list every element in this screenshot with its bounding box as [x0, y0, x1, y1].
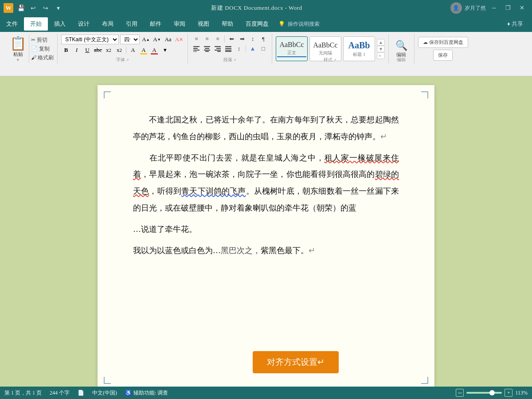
- bold-btn[interactable]: B: [61, 45, 71, 55]
- superscript-btn[interactable]: x2: [114, 45, 124, 55]
- search-lamp-icon: 💡: [278, 21, 285, 27]
- align-right-btn[interactable]: [213, 44, 223, 53]
- cut-btn[interactable]: ✂ 剪切: [31, 36, 54, 44]
- search-label: 操作说明搜索: [288, 20, 320, 28]
- menu-insert[interactable]: 插入: [48, 17, 72, 31]
- paragraph-2[interactable]: 在北平即使不出门去罢，就是在皇城人海之中，租人家一椽破屋来住着，早晨起来，泡一碗…: [133, 150, 399, 217]
- menu-references[interactable]: 引用: [120, 17, 144, 31]
- font-color-dropdown-btn[interactable]: ▾: [160, 45, 170, 55]
- format-painter-btn[interactable]: 🖌 格式刷: [31, 54, 54, 62]
- font-group-label: 字体 ↗: [58, 57, 188, 63]
- copy-btn[interactable]: 📄 复制: [31, 45, 54, 53]
- document-text[interactable]: 不逢北国之秋，已将近十余年了。在南方每年到了秋天，总要想起陶然亭的芦花，钓鱼台的…: [133, 112, 399, 217]
- justify-icon: [225, 46, 232, 52]
- paragraph-3[interactable]: …说道了牵牛花。: [133, 221, 399, 238]
- status-bar: 第 1 页，共 1 页 244 个字 📄 中文(中国) ♿ 辅助功能: 调查 ─…: [0, 387, 532, 399]
- menu-home[interactable]: 开始: [24, 17, 48, 31]
- styles-scroll-down[interactable]: ▼: [377, 46, 385, 52]
- svg-rect-14: [225, 50, 231, 51]
- paragraph-4[interactable]: 我以为以蓝色或白色为…黑巴次之，紫黑色最下。↵: [133, 243, 399, 259]
- para-expand-icon[interactable]: ↗: [233, 58, 236, 62]
- para-row1: ≡ ≡ ≡ ⬅ ➡ ↕ ¶: [192, 35, 268, 43]
- avatar: 👤: [450, 2, 462, 14]
- separator: [126, 47, 126, 54]
- align-left-btn[interactable]: [192, 44, 201, 53]
- zoom-minus-btn[interactable]: ─: [456, 389, 464, 397]
- corner-tl: [104, 91, 111, 98]
- menu-baidu[interactable]: 百度网盘: [239, 17, 275, 31]
- menu-file[interactable]: 文件: [0, 17, 24, 31]
- zoom-slider-thumb[interactable]: [489, 390, 495, 395]
- svg-rect-13: [225, 48, 231, 49]
- language-text: 中文(中国): [92, 389, 117, 397]
- font-expand-icon[interactable]: ↗: [126, 58, 129, 62]
- grow-font-btn[interactable]: A▲: [141, 35, 151, 44]
- justify-btn[interactable]: [223, 44, 233, 53]
- restore-btn[interactable]: ❐: [502, 2, 514, 14]
- menu-mailings[interactable]: 邮件: [144, 17, 168, 31]
- accessibility-item[interactable]: ♿ 辅助功能: 调查: [125, 389, 168, 397]
- paragraph-group: ≡ ≡ ≡ ⬅ ➡ ↕ ¶: [188, 34, 272, 64]
- align-right-icon: [214, 46, 221, 52]
- baidu-save-btn[interactable]: ☁ 保存到百度网盘: [418, 37, 468, 48]
- menu-layout[interactable]: 布局: [96, 17, 120, 31]
- paste-btn[interactable]: 📋 粘贴 ▾: [7, 35, 29, 63]
- svg-rect-15: [225, 51, 231, 52]
- font-color-bar: [151, 53, 158, 55]
- customize-btn[interactable]: ▾: [53, 3, 63, 13]
- subscript-btn[interactable]: x2: [104, 45, 113, 55]
- zoom-plus-btn[interactable]: +: [505, 389, 512, 397]
- clear-format-btn[interactable]: A✕: [174, 35, 184, 44]
- close-btn[interactable]: ✕: [516, 2, 528, 14]
- doc-icon-item: 📄: [78, 390, 84, 396]
- svg-rect-1: [193, 48, 198, 49]
- undo-btn[interactable]: ↩: [28, 3, 38, 13]
- styles-expand-icon[interactable]: ↗: [333, 58, 336, 62]
- menu-bar: 文件 开始 插入 设计 布局 引用 邮件 审阅 视图 帮助 百度网盘 💡 操作说…: [0, 16, 532, 32]
- font-color-btn[interactable]: A: [149, 45, 159, 55]
- cut-label: 剪切: [37, 36, 47, 44]
- change-case-btn[interactable]: Aa: [163, 35, 173, 44]
- styles-scroll-up[interactable]: ▲: [377, 39, 385, 46]
- font-family-select[interactable]: STKaiti (中文正文): [61, 35, 119, 44]
- accessibility-icon: ♿: [125, 390, 132, 396]
- share-button[interactable]: ♦ 共享: [502, 18, 528, 30]
- save-quick-btn[interactable]: 💾: [16, 3, 26, 13]
- numbering-btn[interactable]: ≡: [202, 35, 212, 43]
- redo-btn[interactable]: ↪: [41, 3, 51, 13]
- increase-indent-btn[interactable]: ➡: [237, 35, 247, 43]
- text-effect-btn[interactable]: A: [128, 45, 138, 55]
- sort-btn[interactable]: ↕: [248, 35, 258, 43]
- zoom-slider[interactable]: [466, 392, 502, 394]
- text-highlight-btn[interactable]: A: [139, 45, 149, 55]
- menu-design[interactable]: 设计: [72, 17, 96, 31]
- menu-review[interactable]: 审阅: [168, 17, 192, 31]
- minimize-btn[interactable]: ─: [488, 2, 500, 14]
- copy-icon: 📄: [31, 46, 38, 52]
- svg-rect-6: [204, 50, 210, 51]
- decrease-indent-btn[interactable]: ⬅: [227, 35, 236, 43]
- paragraph-1[interactable]: 不逢北国之秋，已将近十余年了。在南方每年到了秋天，总要想起陶然亭的芦花，钓鱼台的…: [133, 112, 399, 145]
- multilevel-btn[interactable]: ≡: [213, 35, 223, 43]
- paste-label: 粘贴: [13, 51, 23, 58]
- save-btn[interactable]: 保存: [433, 50, 453, 61]
- line-spacing-btn[interactable]: ↕: [234, 44, 244, 53]
- menu-view[interactable]: 视图: [192, 17, 215, 31]
- bullets-btn[interactable]: ≡: [192, 35, 201, 43]
- strikethrough-btn[interactable]: abc: [93, 45, 103, 55]
- align-center-btn[interactable]: [202, 44, 212, 53]
- shrink-font-btn[interactable]: A▼: [152, 35, 162, 44]
- italic-btn[interactable]: I: [72, 45, 82, 55]
- border-btn[interactable]: □: [258, 44, 268, 53]
- svg-rect-7: [205, 51, 209, 52]
- text-with-red-underline: 租人家一椽破屋来住着: [133, 153, 399, 179]
- menu-help[interactable]: 帮助: [215, 17, 239, 31]
- document-page[interactable]: 不逢北国之秋，已将近十余年了。在南方每年到了秋天，总要想起陶然亭的芦花，钓鱼台的…: [98, 85, 434, 390]
- document-text-2[interactable]: …说道了牵牛花。 我以为以蓝色或白色为…黑巴次之，紫黑色最下。↵: [133, 221, 399, 259]
- shading-btn[interactable]: ▲: [248, 44, 258, 53]
- titlebar-left: W 💾 ↩ ↪ ▾: [4, 3, 63, 13]
- username: 岁月了然: [465, 4, 486, 12]
- underline-btn[interactable]: U: [82, 45, 92, 55]
- show-marks-btn[interactable]: ¶: [258, 35, 268, 43]
- font-size-select[interactable]: 四号: [120, 35, 140, 44]
